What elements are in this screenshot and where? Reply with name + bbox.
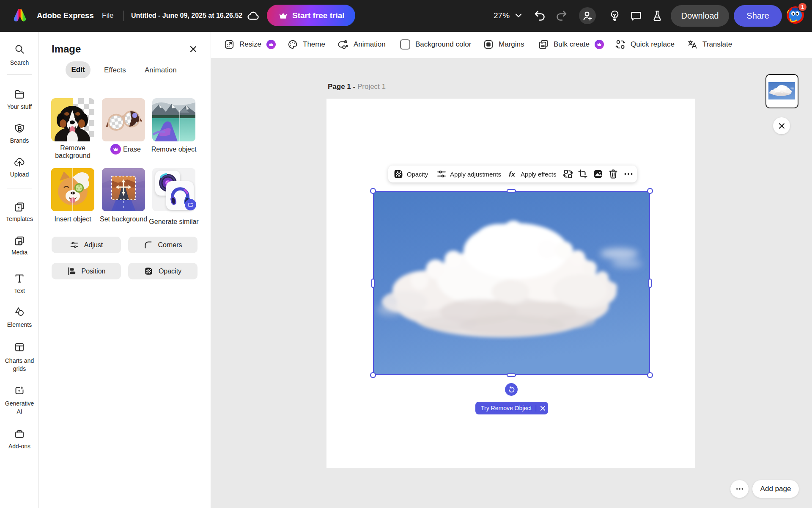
- svg-text:fx: fx: [509, 170, 516, 178]
